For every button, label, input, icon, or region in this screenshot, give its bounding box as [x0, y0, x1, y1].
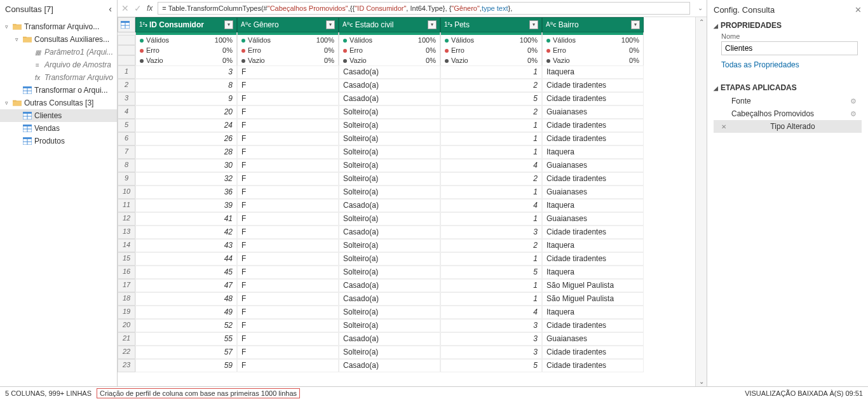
cell[interactable]: 1: [440, 119, 542, 132]
cell[interactable]: 47: [135, 279, 237, 292]
table-row[interactable]: 1241FSolteiro(a)1Guaianases: [118, 212, 695, 226]
row-number[interactable]: 23: [118, 359, 135, 372]
cell[interactable]: Solteiro(a): [339, 212, 440, 226]
gear-icon[interactable]: ⚙: [850, 110, 857, 118]
commit-icon[interactable]: ✓: [134, 3, 142, 13]
cell[interactable]: Casado(a): [339, 199, 440, 212]
table-row[interactable]: 2257FSolteiro(a)3Cidade tiradentes: [118, 346, 695, 359]
cell[interactable]: F: [237, 359, 339, 372]
row-number[interactable]: 12: [118, 212, 135, 226]
cell[interactable]: 28: [135, 145, 237, 159]
cell[interactable]: Solteiro(a): [339, 346, 440, 359]
tree-item-8[interactable]: Vendas: [0, 122, 117, 135]
cell[interactable]: Solteiro(a): [339, 319, 440, 332]
table-row[interactable]: 420FSolteiro(a)2Guaianases: [118, 105, 695, 119]
cell[interactable]: Itaquera: [542, 145, 644, 159]
cell[interactable]: 48: [135, 292, 237, 306]
cell[interactable]: 55: [135, 332, 237, 346]
cancel-icon[interactable]: ✕: [121, 3, 129, 13]
cell[interactable]: F: [237, 132, 339, 145]
cell[interactable]: Guaianases: [542, 159, 644, 172]
cell[interactable]: 39: [135, 199, 237, 212]
cell[interactable]: Cidade tiradentes: [542, 359, 644, 372]
row-number[interactable]: 5: [118, 119, 135, 132]
cell[interactable]: F: [237, 145, 339, 159]
cell[interactable]: Solteiro(a): [339, 252, 440, 266]
cell[interactable]: 8: [135, 79, 237, 92]
row-number[interactable]: 3: [118, 92, 135, 105]
cell[interactable]: F: [237, 186, 339, 199]
cell[interactable]: 3: [440, 319, 542, 332]
cell[interactable]: Cidade tiradentes: [542, 132, 644, 145]
cell[interactable]: F: [237, 65, 339, 79]
table-row[interactable]: 1645FSolteiro(a)5Itaquera: [118, 266, 695, 279]
cell[interactable]: 3: [440, 332, 542, 346]
row-number[interactable]: 11: [118, 199, 135, 212]
scroll-down-icon[interactable]: ⌄: [699, 378, 704, 385]
delete-step-icon[interactable]: ✕: [721, 123, 726, 130]
cell[interactable]: 49: [135, 306, 237, 319]
cell[interactable]: F: [237, 119, 339, 132]
cell[interactable]: 43: [135, 239, 237, 252]
filter-icon[interactable]: ▾: [326, 20, 335, 29]
tree-item-0[interactable]: ▿Transformar Arquivo...: [0, 20, 117, 33]
cell[interactable]: Cidade tiradentes: [542, 92, 644, 105]
gear-icon[interactable]: ⚙: [850, 97, 857, 105]
tree-item-4[interactable]: fxTransformar Arquivo: [0, 71, 117, 84]
cell[interactable]: Cidade tiradentes: [542, 119, 644, 132]
row-number[interactable]: 15: [118, 252, 135, 266]
cell[interactable]: Casado(a): [339, 79, 440, 92]
cell[interactable]: 2: [440, 79, 542, 92]
row-number[interactable]: 18: [118, 292, 135, 306]
cell[interactable]: 26: [135, 132, 237, 145]
cell[interactable]: Cidade tiradentes: [542, 172, 644, 186]
table-row[interactable]: 1747FCasado(a)1São Miguel Paulista: [118, 279, 695, 292]
table-row[interactable]: 830FSolteiro(a)4Guaianases: [118, 159, 695, 172]
row-number[interactable]: 8: [118, 159, 135, 172]
cell[interactable]: Solteiro(a): [339, 172, 440, 186]
cell[interactable]: F: [237, 266, 339, 279]
cell[interactable]: Solteiro(a): [339, 266, 440, 279]
cell[interactable]: Itaquera: [542, 306, 644, 319]
applied-step-0[interactable]: Fonte⚙: [714, 95, 862, 107]
column-header-bairro[interactable]: AᴮᴄBairro▾: [542, 17, 644, 32]
cell[interactable]: Itaquera: [542, 266, 644, 279]
cell[interactable]: F: [237, 199, 339, 212]
cell[interactable]: 5: [440, 359, 542, 372]
cell[interactable]: 9: [135, 92, 237, 105]
cell[interactable]: Guaianases: [542, 212, 644, 226]
cell[interactable]: 42: [135, 226, 237, 239]
table-row[interactable]: 728FSolteiro(a)1Itaquera: [118, 145, 695, 159]
cell[interactable]: Guaianases: [542, 186, 644, 199]
column-header-gênero[interactable]: AᴮᴄGênero▾: [237, 17, 339, 32]
row-number[interactable]: 20: [118, 319, 135, 332]
cell[interactable]: F: [237, 306, 339, 319]
cell[interactable]: F: [237, 79, 339, 92]
vertical-scrollbar[interactable]: ⌃ ⌄: [695, 17, 707, 386]
cell[interactable]: São Miguel Paulista: [542, 292, 644, 306]
formula-input[interactable]: = Table.TransformColumnTypes(#"Cabeçalho…: [158, 2, 690, 15]
row-number[interactable]: 16: [118, 266, 135, 279]
row-number[interactable]: 6: [118, 132, 135, 145]
collapse-icon[interactable]: ‹: [109, 4, 112, 14]
cell[interactable]: 57: [135, 346, 237, 359]
tree-item-6[interactable]: ▿Outras Consultas [3]: [0, 97, 117, 109]
cell[interactable]: Solteiro(a): [339, 145, 440, 159]
cell[interactable]: Casado(a): [339, 279, 440, 292]
cell[interactable]: Cidade tiradentes: [542, 226, 644, 239]
cell[interactable]: 3: [135, 65, 237, 79]
cell[interactable]: F: [237, 319, 339, 332]
cell[interactable]: 44: [135, 252, 237, 266]
cell[interactable]: 5: [440, 266, 542, 279]
profiling-info[interactable]: Criação de perfil de coluna com base nas…: [97, 388, 300, 398]
table-row[interactable]: 2155FCasado(a)3Guaianases: [118, 332, 695, 346]
filter-icon[interactable]: ▾: [428, 20, 437, 29]
cell[interactable]: 24: [135, 119, 237, 132]
cell[interactable]: F: [237, 226, 339, 239]
table-row[interactable]: 1443FSolteiro(a)2Itaquera: [118, 239, 695, 252]
table-row[interactable]: 1848FCasado(a)1São Miguel Paulista: [118, 292, 695, 306]
cell[interactable]: 1: [440, 292, 542, 306]
tree-item-9[interactable]: Produtos: [0, 135, 117, 147]
table-row[interactable]: 2052FSolteiro(a)3Cidade tiradentes: [118, 319, 695, 332]
cell[interactable]: 5: [440, 92, 542, 105]
